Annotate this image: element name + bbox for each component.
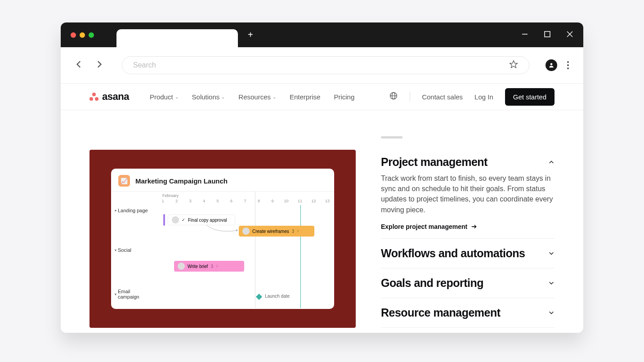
minimize-icon[interactable] <box>521 31 528 40</box>
accordion-header[interactable]: Resource management <box>381 306 555 319</box>
forward-button[interactable] <box>95 60 103 70</box>
timeline-body: February 1 2 3 4 5 6 7 8 9 10 11 <box>111 191 334 308</box>
accordion-goals: Goals and reporting <box>381 268 555 298</box>
header-right: Contact sales Log In Get started <box>389 88 555 106</box>
accordion-body: Track work from start to finish, so ever… <box>381 173 555 230</box>
accordion-title: Project management <box>381 156 487 169</box>
svg-point-5 <box>550 63 553 65</box>
logo-text: asana <box>102 91 129 103</box>
subtask-icon: ⑂ <box>216 264 218 268</box>
month-label: February <box>162 193 179 198</box>
accordion-header[interactable]: Workflows and automations <box>381 247 555 260</box>
svg-marker-4 <box>510 61 518 68</box>
svg-marker-9 <box>236 229 238 232</box>
back-button[interactable] <box>75 60 83 70</box>
nav-pricing[interactable]: Pricing <box>334 93 354 101</box>
chevron-down-icon: ⌄ <box>175 94 179 99</box>
section-social[interactable]: Social <box>111 245 156 255</box>
milestone-bar <box>163 214 165 226</box>
milestone-diamond-icon <box>256 294 262 300</box>
logo-dots-icon <box>89 93 98 101</box>
avatar-icon <box>172 216 179 223</box>
site-header: asana Product⌄ Solutions⌄ Resources⌄ Ent… <box>61 83 583 110</box>
chevron-down-icon: ⌄ <box>273 94 276 99</box>
timeline-title: Marketing Campaign Launch <box>135 177 228 185</box>
day-axis: 1 2 3 4 5 6 7 8 9 10 11 12 13 <box>156 199 334 203</box>
content-area: 📈 Marketing Campaign Launch February 1 2… <box>61 110 583 333</box>
accordion-workflows: Workflows and automations <box>381 239 555 268</box>
section-landing[interactable]: Landing page <box>111 205 156 216</box>
asana-logo[interactable]: asana <box>89 91 129 103</box>
timeline-card: 📈 Marketing Campaign Launch February 1 2… <box>111 169 334 309</box>
avatar-icon <box>178 263 185 270</box>
tab-indicator <box>381 136 402 139</box>
accordion-title: Workflows and automations <box>381 247 525 260</box>
browser-window: + Search asana Product⌄ Solutions⌄ Res <box>61 22 583 333</box>
minimize-window-button[interactable] <box>80 32 85 38</box>
browser-tab[interactable] <box>116 29 238 47</box>
toolbar-right <box>546 59 569 71</box>
dependency-arrow-icon <box>206 224 240 233</box>
explore-link[interactable]: Explore project management <box>381 223 555 230</box>
arrow-right-icon <box>471 223 477 230</box>
main-nav: Product⌄ Solutions⌄ Resources⌄ Enterpris… <box>150 93 354 101</box>
illustration-column: 📈 Marketing Campaign Launch February 1 2… <box>89 136 356 333</box>
section-email[interactable]: Email campaign <box>111 286 156 302</box>
login-link[interactable]: Log In <box>474 93 493 101</box>
accordion-admin-security: Admin and security <box>381 328 555 333</box>
nav-resources[interactable]: Resources⌄ <box>238 93 276 101</box>
today-marker <box>300 205 301 308</box>
nav-product[interactable]: Product⌄ <box>150 93 179 101</box>
globe-icon[interactable] <box>389 91 398 102</box>
accordion-resource-mgmt: Resource management <box>381 298 555 328</box>
maximize-window-button[interactable] <box>89 32 94 38</box>
chevron-down-icon <box>548 280 555 286</box>
traffic-lights <box>71 32 94 38</box>
milestone-label: Launch date <box>265 294 290 299</box>
task-write-brief[interactable]: Write brief 3 ⑂ <box>174 261 244 272</box>
window-controls <box>521 31 573 40</box>
chevron-down-icon: ⌄ <box>221 94 225 99</box>
divider <box>410 92 410 102</box>
task-wireframes[interactable]: Create wireframes 3 ⑂ <box>239 226 314 237</box>
nav-solutions[interactable]: Solutions⌄ <box>192 93 225 101</box>
close-icon[interactable] <box>566 31 573 40</box>
close-window-button[interactable] <box>71 32 76 38</box>
vertical-divider <box>255 192 255 308</box>
chevron-up-icon <box>548 159 555 165</box>
accordion-project-management: Project management Track work from start… <box>381 156 555 239</box>
kebab-menu-icon[interactable] <box>567 61 569 69</box>
nav-enterprise[interactable]: Enterprise <box>290 93 320 101</box>
chevron-down-icon <box>548 309 555 316</box>
get-started-button[interactable]: Get started <box>505 88 555 106</box>
accordion-title: Resource management <box>381 306 501 319</box>
avatar-icon <box>242 228 250 235</box>
chevron-down-icon <box>548 250 555 256</box>
timeline-header: 📈 Marketing Campaign Launch <box>111 169 334 191</box>
search-placeholder: Search <box>133 61 156 69</box>
chart-icon: 📈 <box>118 175 130 187</box>
accordion-header[interactable]: Goals and reporting <box>381 277 555 290</box>
subtask-icon: ⑂ <box>297 229 299 233</box>
new-tab-button[interactable]: + <box>248 30 253 40</box>
nav-arrows <box>75 60 103 70</box>
profile-avatar[interactable] <box>546 59 557 71</box>
svg-rect-1 <box>545 31 550 37</box>
accordion-header[interactable]: Project management <box>381 156 555 169</box>
accordion-title: Goals and reporting <box>381 277 483 290</box>
contact-sales-link[interactable]: Contact sales <box>422 93 463 101</box>
search-input[interactable]: Search <box>122 56 529 74</box>
maximize-icon[interactable] <box>544 31 551 40</box>
accordion-description: Track work from start to finish, so ever… <box>381 173 555 215</box>
browser-toolbar: Search <box>61 47 583 83</box>
timeline-illustration: 📈 Marketing Campaign Launch February 1 2… <box>89 150 356 328</box>
titlebar: + <box>61 22 583 47</box>
timeline-sidebar: Landing page Social Email campaign <box>111 205 156 302</box>
accordion-column: Project management Track work from start… <box>381 136 555 333</box>
bookmark-star-icon[interactable] <box>509 60 518 71</box>
timeline-grid: ✓ Final copy approval Create wireframes … <box>156 205 334 308</box>
